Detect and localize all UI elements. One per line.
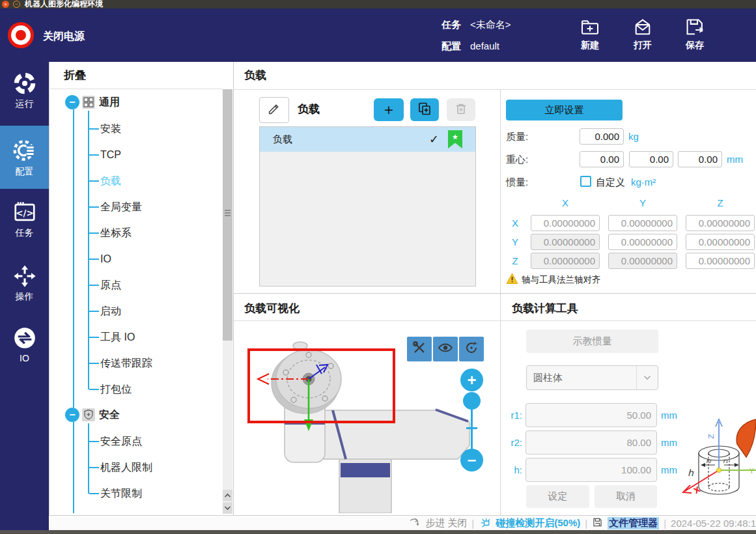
matrix-cell[interactable]: 0.00000000 (608, 234, 677, 250)
copy-payload-button[interactable] (410, 98, 439, 121)
inertia-label: 惯量: (506, 176, 528, 189)
cog-unit: mm (727, 154, 743, 165)
file-manager-icon (592, 517, 603, 529)
collision-status[interactable]: 碰撞检测开启(50%) (496, 517, 580, 529)
custom-inertia-checkbox[interactable] (580, 176, 591, 187)
matrix-cell[interactable]: 0.00000000 (686, 234, 755, 250)
payload-list-item[interactable]: 负载 ✓ ★ (260, 127, 475, 152)
teach-inertia-button[interactable]: 示教惯量 (526, 330, 658, 353)
tree-item-joint-limits[interactable]: 关节限制 (100, 486, 142, 501)
custom-inertia-label: 自定义 (596, 176, 625, 189)
sidebar-item-label: 任务 (0, 227, 49, 239)
cog-x-input[interactable]: 0.00 (580, 151, 624, 167)
sidebar-item-operate[interactable]: 操作 (0, 264, 49, 303)
cancel-button[interactable]: 取消 (595, 485, 657, 508)
new-button[interactable]: 新建 (570, 17, 610, 51)
tree-item-origin[interactable]: 原点 (100, 278, 121, 292)
tree-collapse-toggle[interactable]: − (65, 95, 79, 109)
robot-programming-app: × − 机器人图形化编程环境 关闭电源 任务 <未命名> 配置 default … (0, 0, 756, 534)
tree-item-robot-limits[interactable]: 机器人限制 (100, 460, 152, 475)
tree-item-pack-pos[interactable]: 打包位 (100, 382, 132, 397)
zoom-out-button[interactable]: − (460, 449, 483, 471)
payload-item-name: 负载 (260, 134, 292, 146)
svg-text:</>: </> (16, 208, 33, 218)
sidebar-item-label: 操作 (0, 291, 49, 303)
sidebar-item-run[interactable]: 运行 (0, 71, 49, 110)
tree-item-tool-io[interactable]: 工具 IO (100, 330, 135, 344)
open-icon (623, 17, 663, 38)
run-icon (0, 71, 49, 96)
matrix-cell: 0.00000000 (531, 253, 600, 269)
tree-item-install[interactable]: 安装 (100, 122, 121, 136)
zoom-slider-thumb[interactable] (463, 392, 481, 410)
tree-item-conveyor[interactable]: 传送带跟踪 (100, 356, 152, 371)
tree-group-safety[interactable]: 安全 (99, 408, 120, 422)
r1-unit: mm (661, 410, 677, 421)
cog-z-input[interactable]: 0.00 (678, 151, 722, 167)
mass-input[interactable]: 0.000 (580, 128, 624, 145)
check-icon: ✓ (429, 132, 439, 147)
general-group-icon (82, 96, 95, 109)
tree-collapse-button[interactable]: 折叠 (64, 68, 86, 83)
window-close-icon[interactable]: × (2, 1, 9, 8)
matrix-cell[interactable]: 0.00000000 (608, 215, 677, 231)
matrix-cell[interactable]: 0.00000000 (531, 215, 600, 231)
power-button-label[interactable]: 关闭电源 (43, 30, 85, 44)
viz-rotate-button[interactable] (459, 337, 484, 361)
set-button[interactable]: 设定 (526, 485, 589, 508)
r2-label: r2: (504, 437, 522, 448)
cog-y-input[interactable]: 0.00 (629, 151, 673, 167)
axis-y-label: Y (749, 467, 754, 475)
add-payload-button[interactable]: + (374, 98, 404, 121)
save-label: 保存 (675, 40, 715, 51)
tree-item-io[interactable]: IO (100, 252, 111, 266)
delete-payload-button[interactable] (447, 98, 475, 121)
zoom-slider-track[interactable] (471, 409, 473, 451)
tree-group-general[interactable]: 通用 (99, 95, 120, 109)
selection-rectangle (247, 348, 395, 423)
sidebar: 运行 配置 </> 任务 操作 (0, 62, 49, 534)
matrix-cell[interactable]: 0.00000000 (686, 253, 755, 269)
set-now-button[interactable]: 立即设置 (506, 100, 623, 120)
open-button[interactable]: 打开 (623, 17, 663, 51)
eye-icon (438, 340, 453, 358)
tree-item-startup[interactable]: 启动 (100, 304, 121, 318)
tree-item-safe-origin[interactable]: 安全原点 (100, 434, 142, 449)
tree-collapse-toggle[interactable]: − (65, 408, 79, 422)
app-header: 关闭电源 任务 <未命名> 配置 default 新建 打开 保存 (0, 8, 756, 62)
zoom-in-button[interactable]: + (460, 369, 483, 391)
tree-item-payload[interactable]: 负载 (100, 174, 121, 188)
viz-settings-button[interactable] (407, 337, 432, 361)
save-button[interactable]: 保存 (675, 17, 715, 51)
new-icon (570, 17, 610, 38)
matrix-col-z: Z (686, 197, 755, 208)
tree-line (88, 423, 89, 494)
matrix-row-y: Y (510, 236, 520, 247)
task-value: <未命名> (470, 19, 511, 31)
matrix-cell: 0.00000000 (608, 253, 677, 269)
power-button[interactable] (8, 22, 34, 48)
step-status[interactable]: 步进 关闭 (425, 517, 467, 529)
sidebar-item-config[interactable]: 配置 (0, 126, 49, 189)
status-bar: 步进 关闭 | 碰撞检测开启(50%) | 文件管理器 | 2024-05-22… (49, 515, 756, 531)
config-label: 配置 (441, 40, 461, 53)
tree-item-global-vars[interactable]: 全局变量 (100, 200, 142, 214)
scroll-down-icon[interactable] (223, 502, 232, 514)
rename-payload-button[interactable] (259, 97, 289, 123)
scroll-up-icon[interactable] (223, 490, 232, 501)
save-icon (675, 17, 715, 38)
tree-line (73, 422, 74, 513)
sidebar-item-task[interactable]: </> 任务 (0, 200, 49, 239)
r2-input: 80.00 (525, 430, 657, 455)
window-minimize-icon[interactable]: − (13, 1, 20, 8)
matrix-cell: 0.00000000 (531, 234, 600, 250)
axis-z-label: Z (707, 434, 716, 439)
shape-select[interactable]: 圆柱体 (526, 365, 658, 390)
viz-visibility-button[interactable] (433, 337, 458, 361)
matrix-cell[interactable]: 0.00000000 (686, 215, 755, 231)
h-unit: mm (661, 464, 677, 475)
tree-item-coord-system[interactable]: 坐标系 (100, 226, 132, 240)
sidebar-item-io[interactable]: IO (0, 326, 49, 363)
file-manager-button[interactable]: 文件管理器 (608, 517, 659, 529)
tree-item-tcp[interactable]: TCP (100, 148, 121, 162)
